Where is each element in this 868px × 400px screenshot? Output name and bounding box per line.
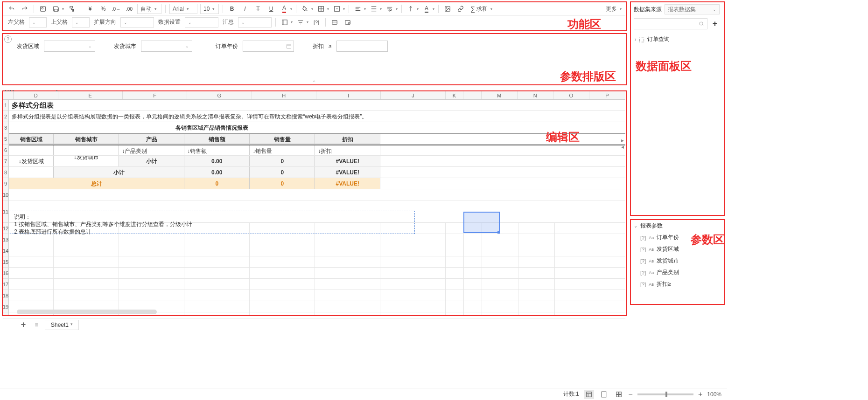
row-header[interactable]: 18 [3,290,9,301]
undo-button[interactable] [7,4,17,14]
cell-discount[interactable]: ↓折扣 [315,145,380,155]
align-vertical-button[interactable] [369,4,379,14]
zoom-value[interactable]: 100% [707,391,721,398]
cell-product[interactable]: ↓产品类别 [119,145,184,155]
dataset-source-select[interactable]: 报表数据集⌄ [665,4,720,14]
top-parent-select[interactable]: ⌄ [72,17,90,28]
subtotal2-amt[interactable]: 0.00 [184,167,250,178]
left-parent-select[interactable]: ⌄ [29,17,47,28]
dataset-add-button[interactable]: + [710,19,720,28]
header-sales-amt[interactable]: 销售额 [184,134,250,144]
currency-button[interactable]: ¥ [85,4,95,14]
font-family-select[interactable]: Arial▾ [169,4,197,14]
cell-region[interactable] [9,145,54,155]
row-header[interactable]: 16 [3,268,9,279]
dataset-tree-node[interactable]: › ⬚ 订单查询 [635,34,719,45]
cell-city[interactable] [54,145,119,155]
cell-region-merged2[interactable] [9,167,54,178]
merge-cells-button[interactable] [332,4,342,14]
data-setting-select[interactable]: ⌄ [185,17,218,28]
param-discount-input[interactable] [336,41,388,52]
percent-button[interactable]: % [98,4,108,14]
header-region[interactable]: 销售区域 [9,134,54,144]
row-header[interactable]: 13 [3,234,9,245]
row-header[interactable]: 2 [3,111,9,122]
param-collapse-handle[interactable]: ⌃ [312,80,316,85]
subtotal2-label[interactable]: 小计 [54,167,184,178]
filter-sort-icon[interactable] [295,17,306,28]
report-description[interactable]: 多样式分组报表是以分组表结构展现数据的一类报表，单元格间的逻辑关系较之清单报表复… [9,111,446,122]
col-header[interactable]: D [14,91,58,99]
col-header[interactable]: J [381,91,445,99]
row-header[interactable]: 12 [3,223,9,234]
more-button[interactable]: 更多 [604,4,619,14]
preview-icon[interactable] [38,4,48,14]
subtotal-qty[interactable]: 0 [250,156,315,166]
align-horizontal-button[interactable] [353,4,363,14]
insert-image-button[interactable] [442,4,453,14]
total-qty[interactable]: 0 [250,178,315,189]
table-setting-icon[interactable] [329,17,340,28]
param-region-select[interactable]: ⌄ [44,41,95,52]
row-header[interactable]: 8 [3,167,9,178]
total-label[interactable]: 总计 [9,178,184,189]
subtotal2-disc[interactable]: #VALUE! [315,167,380,178]
report-param-item[interactable]: [?]Aʙ发货城市 [630,255,723,267]
subtotal2-qty[interactable]: 0 [250,167,315,178]
increase-decimal-icon[interactable]: .00 [124,4,134,14]
format-painter-icon[interactable] [67,4,77,14]
col-header[interactable]: F [123,91,187,99]
report-params-header[interactable]: ⌄ 报表参数 [630,220,723,232]
param-city-select[interactable]: ⌄ [141,41,192,52]
underline-button[interactable]: U [266,4,276,14]
param-bracket-icon[interactable]: [?] [311,17,322,28]
header-sales-qty[interactable]: 销售量 [250,134,315,144]
view-break-button[interactable] [614,390,624,399]
borders-button[interactable] [316,4,326,14]
total-disc[interactable]: #VALUE! [315,178,380,189]
cell-sales-amt[interactable]: ↓销售额 [184,145,250,155]
subtotal-label[interactable]: 小计 [119,156,184,166]
expand-dir-select[interactable]: ⌄ [120,17,154,28]
zoom-out-button[interactable]: − [629,390,633,399]
zoom-in-button[interactable]: + [698,390,702,399]
table-link-icon[interactable] [343,17,353,28]
cell-region-merged[interactable]: ↓发货区域 [9,156,54,166]
subtotal-amt[interactable]: 0.00 [184,156,250,166]
section-title[interactable]: 各销售区域产品销售情况报表 [9,122,415,133]
bold-button[interactable]: B [227,4,237,14]
row-header[interactable]: 10 [3,189,9,200]
redo-button[interactable] [20,4,30,14]
row-header[interactable]: 5 [3,133,9,145]
text-direction-button[interactable] [406,4,416,14]
row-header[interactable]: 6 [3,145,9,156]
number-format-select[interactable]: 自动▾ [137,4,161,14]
row-header[interactable]: 20 [3,312,9,315]
row-header[interactable]: 9 [3,178,9,189]
col-header[interactable]: G [187,91,252,99]
report-title[interactable]: 多样式分组表 [9,100,446,110]
decrease-decimal-icon[interactable]: .0→ [111,4,121,14]
col-header[interactable]: M [482,91,518,99]
insert-link-button[interactable] [455,4,466,14]
row-header[interactable]: 14 [3,245,9,256]
row-header[interactable]: 15 [3,256,9,268]
col-header[interactable]: O [553,91,589,99]
total-amt[interactable]: 0 [184,178,250,189]
dataset-search-input[interactable] [634,18,707,29]
italic-button[interactable]: I [240,4,250,14]
row-header[interactable]: 1 [3,100,9,111]
sheet-list-button[interactable]: ≡ [32,320,41,330]
sum-button[interactable]: ∑求和 [469,4,490,14]
zoom-slider[interactable] [637,393,693,395]
header-discount[interactable]: 折扣 [315,134,380,144]
subtotal-disc[interactable]: #VALUE! [315,156,380,166]
param-year-input[interactable] [243,41,294,52]
help-icon[interactable]: ? [4,35,12,43]
add-sheet-button[interactable]: + [19,320,28,330]
report-param-item[interactable]: [?]Aʙ折扣≥ [630,278,723,290]
col-header[interactable]: I [316,91,381,99]
text-wrap-button[interactable] [385,4,395,14]
font-color-button[interactable]: A [279,4,289,14]
note-box[interactable]: 说明： 1 按销售区域、销售城市、产品类别等多个维度进行分组查看，分级小计 2 … [10,211,415,234]
